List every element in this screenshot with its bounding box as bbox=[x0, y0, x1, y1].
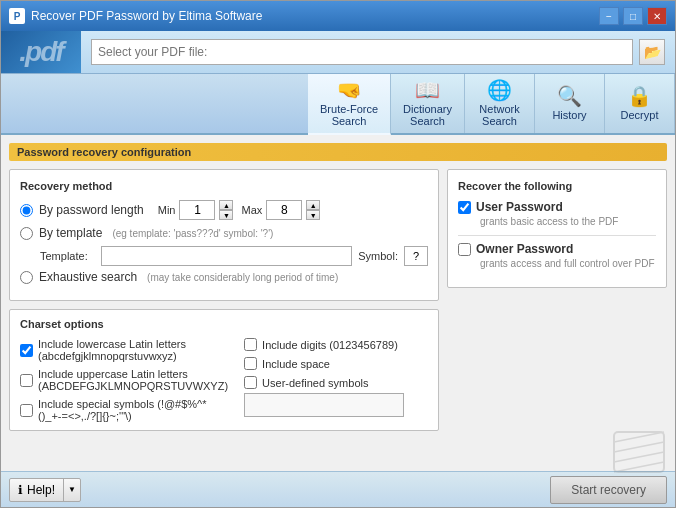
symbol-input[interactable] bbox=[404, 246, 428, 266]
help-main: ℹ Help! bbox=[10, 479, 64, 501]
charset-title: Charset options bbox=[20, 318, 428, 330]
bottom-bar: ℹ Help! ▼ Start recovery bbox=[1, 471, 675, 507]
help-dropdown-arrow[interactable]: ▼ bbox=[64, 479, 80, 501]
tab-decrypt[interactable]: 🔒 Decrypt bbox=[605, 74, 675, 133]
checkbox-row-user-defined: User-defined symbols bbox=[244, 376, 428, 389]
radio-row-template: By template (eg template: 'pass???d' sym… bbox=[20, 226, 428, 240]
label-uppercase[interactable]: Include uppercase Latin letters (ABCDEFG… bbox=[38, 368, 228, 392]
min-down-btn[interactable]: ▼ bbox=[219, 210, 233, 220]
window-controls: − □ ✕ bbox=[599, 7, 667, 25]
min-spinner: Min ▲ ▼ bbox=[158, 200, 234, 220]
user-password-label[interactable]: User Password bbox=[476, 200, 563, 214]
tab-history-label: History bbox=[552, 109, 586, 121]
radio-exhaustive[interactable] bbox=[20, 271, 33, 284]
label-lowercase[interactable]: Include lowercase Latin letters (abcdefg… bbox=[38, 338, 228, 362]
browse-button[interactable]: 📂 bbox=[639, 39, 665, 65]
charset-right: Include digits (0123456789) Include spac… bbox=[244, 338, 428, 422]
tab-dictionary[interactable]: 📖 DictionarySearch bbox=[391, 74, 465, 133]
checkbox-row-uppercase: Include uppercase Latin letters (ABCDEFG… bbox=[20, 368, 228, 392]
title-bar: P Recover PDF Password by Eltima Softwar… bbox=[1, 1, 675, 31]
checkbox-space[interactable] bbox=[244, 357, 257, 370]
tab-history[interactable]: 🔍 History bbox=[535, 74, 605, 133]
max-label: Max bbox=[241, 204, 262, 216]
tab-decrypt-label: Decrypt bbox=[621, 109, 659, 121]
window-title: Recover PDF Password by Eltima Software bbox=[31, 9, 599, 23]
two-col-layout: Recovery method By password length Min ▲ bbox=[9, 169, 667, 463]
close-button[interactable]: ✕ bbox=[647, 7, 667, 25]
user-defined-input[interactable] bbox=[244, 393, 404, 417]
min-up-btn[interactable]: ▲ bbox=[219, 200, 233, 210]
spinners: Min ▲ ▼ Max ▲ bbox=[158, 200, 321, 220]
checkbox-user-defined[interactable] bbox=[244, 376, 257, 389]
max-down-btn[interactable]: ▼ bbox=[306, 210, 320, 220]
arrow-icon: ▼ bbox=[68, 485, 76, 494]
owner-password-desc: grants access and full control over PDF bbox=[480, 258, 656, 269]
label-by-template[interactable]: By template bbox=[39, 226, 102, 240]
label-digits[interactable]: Include digits (0123456789) bbox=[262, 339, 398, 351]
checkbox-owner-password[interactable] bbox=[458, 243, 471, 256]
recovery-method-box: Recovery method By password length Min ▲ bbox=[9, 169, 439, 301]
info-icon: ℹ bbox=[18, 483, 23, 497]
tab-network-label: NetworkSearch bbox=[479, 103, 519, 127]
nav-spacer bbox=[1, 74, 308, 133]
folder-icon: 📂 bbox=[644, 44, 661, 60]
checkbox-row-space: Include space bbox=[244, 357, 428, 370]
checkbox-lowercase[interactable] bbox=[20, 344, 33, 357]
tab-brute-force[interactable]: 🤜 Brute-ForceSearch bbox=[308, 74, 391, 135]
start-recovery-button[interactable]: Start recovery bbox=[550, 476, 667, 504]
tab-network[interactable]: 🌐 NetworkSearch bbox=[465, 74, 535, 133]
user-password-header: User Password bbox=[458, 200, 656, 214]
pdf-logo: .pdf bbox=[1, 31, 81, 73]
label-space[interactable]: Include space bbox=[262, 358, 330, 370]
tab-brute-force-label: Brute-ForceSearch bbox=[320, 103, 378, 127]
max-spinner-btns: ▲ ▼ bbox=[306, 200, 320, 220]
charset-grid: Include lowercase Latin letters (abcdefg… bbox=[20, 338, 428, 422]
help-button[interactable]: ℹ Help! ▼ bbox=[9, 478, 81, 502]
checkbox-special[interactable] bbox=[20, 404, 33, 417]
left-column: Recovery method By password length Min ▲ bbox=[9, 169, 439, 463]
help-label: Help! bbox=[27, 483, 55, 497]
owner-password-header: Owner Password bbox=[458, 242, 656, 256]
divider bbox=[458, 235, 656, 236]
toolbar: .pdf 📂 bbox=[1, 31, 675, 74]
history-icon: 🔍 bbox=[557, 86, 582, 106]
app-icon: P bbox=[9, 8, 25, 24]
radio-row-exhaustive: Exhaustive search (may take considerably… bbox=[20, 270, 428, 284]
network-icon: 🌐 bbox=[487, 80, 512, 100]
template-hint: (eg template: 'pass???d' symbol: '?') bbox=[112, 228, 273, 239]
charset-box: Charset options Include lowercase Latin … bbox=[9, 309, 439, 431]
label-special[interactable]: Include special symbols (!@#$%^*()_+-=<>… bbox=[38, 398, 228, 422]
max-input[interactable] bbox=[266, 200, 302, 220]
brute-force-icon: 🤜 bbox=[337, 80, 362, 100]
exhaustive-hint: (may take considerably long period of ti… bbox=[147, 272, 338, 283]
main-content: Password recovery configuration Recovery… bbox=[1, 135, 675, 471]
owner-password-option: Owner Password grants access and full co… bbox=[458, 242, 656, 269]
checkbox-user-password[interactable] bbox=[458, 201, 471, 214]
checkbox-row-special: Include special symbols (!@#$%^*()_+-=<>… bbox=[20, 398, 228, 422]
right-column: Recover the following User Password gran… bbox=[447, 169, 667, 463]
checkbox-digits[interactable] bbox=[244, 338, 257, 351]
recover-box: Recover the following User Password gran… bbox=[447, 169, 667, 288]
label-user-defined[interactable]: User-defined symbols bbox=[262, 377, 368, 389]
max-spinner: Max ▲ ▼ bbox=[241, 200, 320, 220]
checkbox-uppercase[interactable] bbox=[20, 374, 33, 387]
radio-by-length[interactable] bbox=[20, 204, 33, 217]
label-by-length[interactable]: By password length bbox=[39, 203, 144, 217]
nav-tabs: 🤜 Brute-ForceSearch 📖 DictionarySearch 🌐… bbox=[1, 74, 675, 135]
min-spinner-btns: ▲ ▼ bbox=[219, 200, 233, 220]
config-header: Password recovery configuration bbox=[9, 143, 667, 161]
maximize-button[interactable]: □ bbox=[623, 7, 643, 25]
radio-row-length: By password length Min ▲ ▼ bbox=[20, 200, 428, 220]
min-input[interactable] bbox=[179, 200, 215, 220]
owner-password-label[interactable]: Owner Password bbox=[476, 242, 573, 256]
tab-dictionary-label: DictionarySearch bbox=[403, 103, 452, 127]
max-up-btn[interactable]: ▲ bbox=[306, 200, 320, 210]
label-exhaustive[interactable]: Exhaustive search bbox=[39, 270, 137, 284]
file-area: 📂 bbox=[81, 31, 675, 73]
template-row: Template: Symbol: bbox=[40, 246, 428, 266]
template-input[interactable] bbox=[101, 246, 352, 266]
radio-by-template[interactable] bbox=[20, 227, 33, 240]
file-path-input[interactable] bbox=[91, 39, 633, 65]
checkbox-row-digits: Include digits (0123456789) bbox=[244, 338, 428, 351]
minimize-button[interactable]: − bbox=[599, 7, 619, 25]
